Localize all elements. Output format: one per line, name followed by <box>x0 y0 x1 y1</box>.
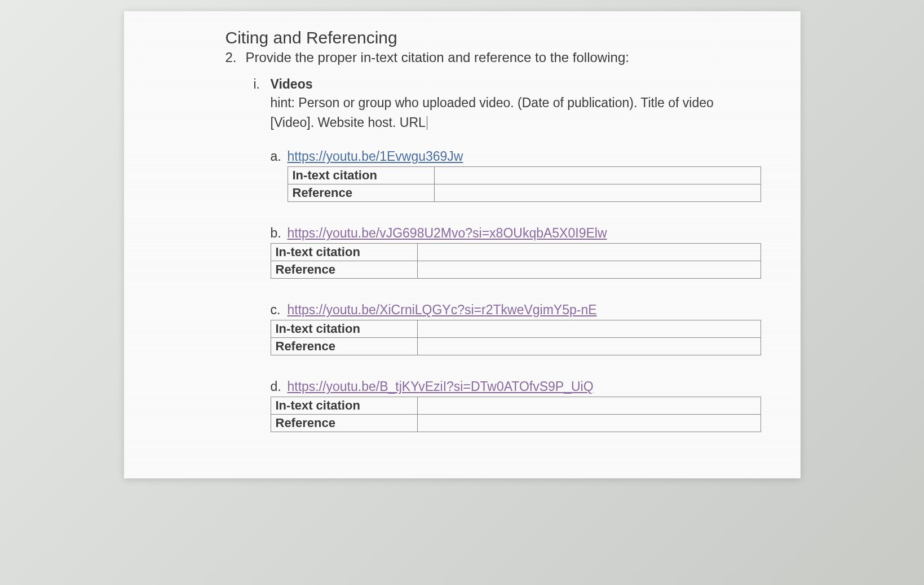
question-row: 2. Provide the proper in-text citation a… <box>226 50 767 65</box>
item-marker: d. <box>271 379 288 394</box>
item-marker: b. <box>271 226 288 241</box>
video-link-b[interactable]: https://youtu.be/vJG698U2Mvo?si=x8OUkqbA… <box>288 226 607 241</box>
intext-value-d[interactable] <box>417 397 761 415</box>
video-link-c[interactable]: https://youtu.be/XiCrniLQGYc?si=r2TkweVg… <box>288 302 597 318</box>
video-link-d[interactable]: https://youtu.be/B_tjKYvEziI?si=DTw0ATOf… <box>288 379 594 394</box>
intext-label: In-text citation <box>271 397 417 415</box>
reference-value-a[interactable] <box>434 184 761 202</box>
reference-label: Reference <box>271 415 417 432</box>
item-b: b. https://youtu.be/vJG698U2Mvo?si=x8OUk… <box>271 226 767 279</box>
reference-label: Reference <box>271 261 417 279</box>
hint-text: hint: Person or group who uploaded video… <box>271 95 714 130</box>
citation-table-d: In-text citation Reference <box>271 397 761 432</box>
intext-label: In-text citation <box>271 244 417 261</box>
reference-label: Reference <box>288 184 434 202</box>
question-text: Provide the proper in-text citation and … <box>246 50 629 65</box>
page-title: Citing and Referencing <box>226 28 767 47</box>
video-link-a[interactable]: https://youtu.be/1Evwgu369Jw <box>288 149 463 164</box>
item-a: a. https://youtu.be/1Evwgu369Jw In-text … <box>271 149 767 202</box>
item-link-row: b. https://youtu.be/vJG698U2Mvo?si=x8OUk… <box>271 226 767 241</box>
section-title: Videos <box>271 77 313 92</box>
item-link-row: a. https://youtu.be/1Evwgu369Jw <box>271 149 767 164</box>
question-number: 2. <box>226 50 240 65</box>
citation-table-c: In-text citation Reference <box>271 320 761 355</box>
item-c: c. https://youtu.be/XiCrniLQGYc?si=r2Tkw… <box>271 302 767 355</box>
intext-value-c[interactable] <box>417 320 761 338</box>
citation-table-a: In-text citation Reference <box>288 166 761 202</box>
reference-value-d[interactable] <box>417 415 761 432</box>
reference-value-c[interactable] <box>417 338 761 355</box>
section-marker: i. <box>254 77 271 92</box>
section-videos: i. Videos hint: Person or group who uplo… <box>254 77 767 432</box>
text-cursor <box>427 116 428 130</box>
reference-value-b[interactable] <box>417 261 761 279</box>
item-marker: a. <box>271 149 288 164</box>
document-page: Citing and Referencing 2. Provide the pr… <box>124 11 801 478</box>
intext-value-b[interactable] <box>417 244 761 261</box>
citation-table-b: In-text citation Reference <box>271 243 761 279</box>
intext-value-a[interactable] <box>434 167 761 184</box>
item-marker: c. <box>271 302 288 318</box>
item-link-row: c. https://youtu.be/XiCrniLQGYc?si=r2Tkw… <box>271 302 767 318</box>
item-d: d. https://youtu.be/B_tjKYvEziI?si=DTw0A… <box>271 379 767 432</box>
reference-label: Reference <box>271 338 417 355</box>
intext-label: In-text citation <box>271 320 417 338</box>
section-hint: hint: Person or group who uploaded video… <box>271 93 750 132</box>
intext-label: In-text citation <box>288 167 434 184</box>
section-header: i. Videos <box>254 77 767 92</box>
item-link-row: d. https://youtu.be/B_tjKYvEziI?si=DTw0A… <box>271 379 767 394</box>
